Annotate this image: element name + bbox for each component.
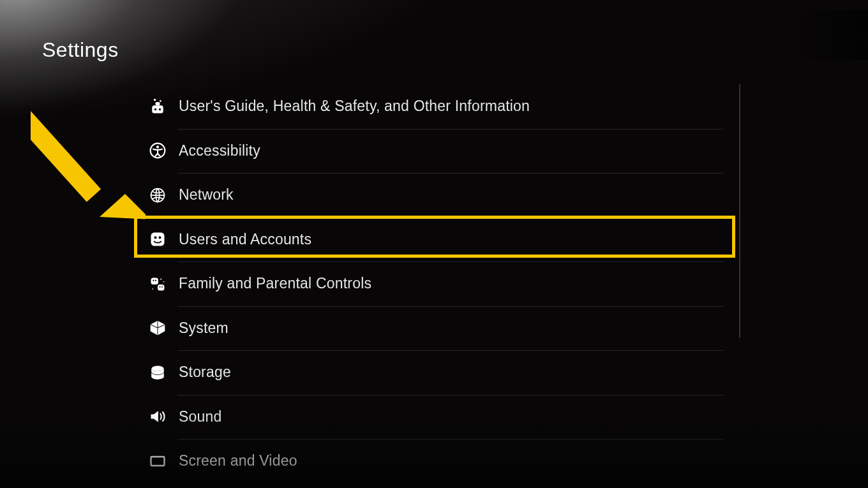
scrollbar[interactable] [739,84,740,338]
svg-point-16 [161,286,163,288]
menu-item-accessibility[interactable]: Accessibility [135,129,739,174]
menu-label: Users and Accounts [179,231,311,248]
page-title: Settings [42,38,119,62]
menu-item-users-guide[interactable]: User's Guide, Health & Safety, and Other… [135,84,739,129]
menu-item-storage[interactable]: Storage [135,350,739,395]
svg-point-12 [153,279,154,281]
globe-icon [148,186,167,205]
svg-rect-20 [151,457,165,466]
svg-rect-11 [151,277,158,285]
menu-label: Accessibility [179,142,260,159]
screen-icon [148,452,167,471]
accessibility-icon [148,141,167,160]
menu-item-network[interactable]: Network [135,173,739,218]
svg-point-4 [159,108,161,110]
svg-rect-2 [156,102,160,105]
svg-point-6 [156,145,159,148]
family-icon [148,274,167,293]
cube-icon [148,318,167,337]
settings-menu-list: User's Guide, Health & Safety, and Other… [135,84,739,473]
menu-item-sound[interactable]: Sound [135,395,739,440]
svg-rect-1 [152,105,163,113]
user-face-icon [148,230,167,249]
svg-point-9 [154,237,156,239]
storage-disk-icon [148,363,167,382]
svg-point-3 [154,108,157,110]
menu-label: System [179,320,228,337]
menu-label: Screen and Video [179,452,297,470]
svg-rect-14 [158,285,165,291]
menu-item-screen-video[interactable]: Screen and Video [135,439,739,484]
menu-label: Family and Parental Controls [179,275,371,292]
menu-item-users-accounts[interactable]: Users and Accounts [135,218,739,262]
svg-point-10 [158,237,161,239]
svg-point-0 [154,99,156,101]
svg-point-15 [159,286,160,288]
menu-label: Storage [179,364,231,381]
menu-item-family-parental[interactable]: Family and Parental Controls [135,262,739,306]
menu-label: Sound [179,408,222,425]
menu-item-system[interactable]: System [135,306,739,351]
guide-health-icon [148,97,167,116]
svg-point-13 [155,279,156,281]
menu-label: User's Guide, Health & Safety, and Other… [179,98,530,115]
speaker-icon [148,407,167,426]
svg-rect-8 [151,233,165,246]
menu-label: Network [179,186,234,203]
